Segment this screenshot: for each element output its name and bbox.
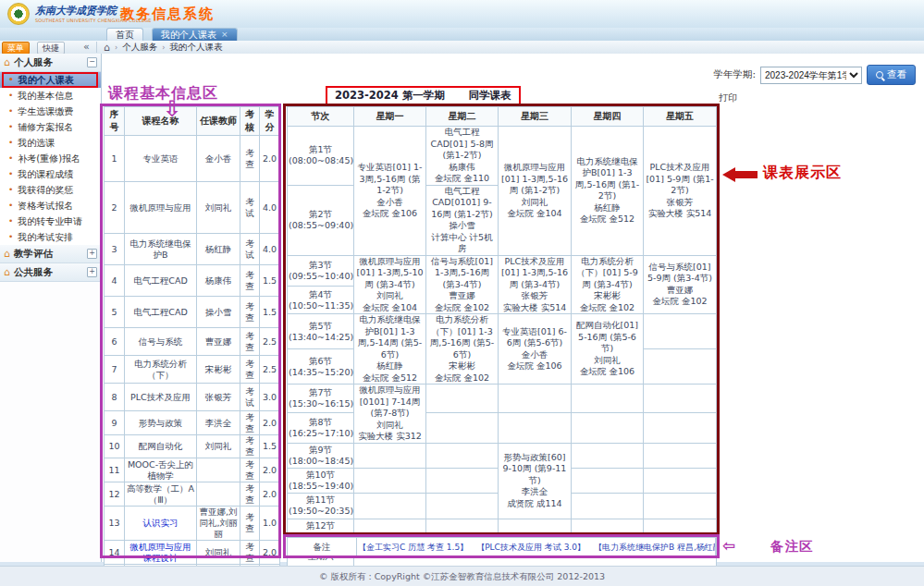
tab-my-schedule[interactable]: 我的个人课表 × [152, 28, 238, 41]
sidebar-item-资格考试报名[interactable]: •资格考试报名 [0, 198, 101, 214]
course-no-cell: 14 [105, 541, 125, 565]
sidebar-group-教学评估[interactable]: ⌂教学评估+ [0, 245, 101, 263]
course-table-row: 2微机原理与应用刘同礼考试4.0 [105, 182, 280, 234]
timetable-header-cell: 星期三 [499, 107, 572, 127]
school-name-english: SOUTHEAST UNIVERSITY CHENGXIAN COLLEGE [35, 18, 120, 23]
course-slot-cell: 配网自动化[01] 5-16周 (第5-6节)刘同礼金坛院 金106 [572, 314, 644, 385]
course-teacher-cell: 李洪全 [197, 411, 240, 435]
tab-home[interactable]: 首页 [106, 28, 143, 41]
timetable-row: 第8节(16:25~17:10) [288, 413, 717, 443]
course-table-row: 6信号与系统曹亚娜考查2.5 [105, 328, 280, 356]
course-table-header-cell: 学分 [260, 107, 280, 136]
empty-slot-cell [354, 493, 426, 519]
sidebar-group-公共服务[interactable]: ⌂公共服务+ [0, 263, 101, 282]
sidebar-item-label: 资格考试报名 [18, 200, 73, 213]
course-credit-cell: 4.0 [260, 234, 280, 265]
breadcrumb-item-personal-service[interactable]: 个人服务 [122, 42, 157, 54]
course-teacher-cell: 曹亚娜 [197, 328, 240, 356]
term-select[interactable]: 2023-2024学年第1学期 [760, 67, 862, 84]
course-no-cell: 2 [105, 182, 125, 234]
sidebar-item-我的基本信息[interactable]: •我的基本信息 [0, 88, 101, 104]
timetable-header-cell: 星期二 [426, 107, 499, 127]
close-tab-icon[interactable]: × [221, 31, 228, 39]
toolbar-divider [96, 42, 97, 53]
course-name-cell[interactable]: 认识实习 [125, 507, 197, 541]
course-credit-cell: 2.5 [260, 356, 280, 384]
sidebar-item-我的考试安排[interactable]: •我的考试安排 [0, 229, 101, 245]
house-icon: ⌂ [4, 56, 10, 68]
empty-slot-cell [572, 468, 644, 493]
menu-button[interactable]: 菜单 [2, 42, 30, 55]
course-slot-cell: 微机原理与应用[01] 1-3周,5-16周 (第1-2节)刘同礼金坛院 金10… [499, 127, 572, 256]
timetable-row: 第1节(08:00~08:45)专业英语[01] 1-3周,5-16周 (第1-… [288, 127, 717, 186]
collapse-group-icon[interactable]: − [87, 57, 97, 67]
sidebar-item-label: 我的考试安排 [18, 231, 73, 244]
course-teacher-cell: 曹亚娜,刘同礼,刘丽丽 [197, 507, 240, 541]
sidebar-item-我获得的奖惩[interactable]: •我获得的奖惩 [0, 182, 101, 198]
course-teacher-cell: 金小香 [197, 136, 240, 182]
course-teacher-cell [197, 482, 240, 507]
course-exam-cell: 考查 [240, 541, 260, 565]
empty-slot-cell [644, 349, 717, 385]
course-name-cell[interactable]: 微机原理与应用课程设计 [125, 541, 197, 565]
course-exam-cell: 考查 [240, 411, 260, 435]
course-no-cell: 6 [105, 328, 125, 356]
notes-row: 备注 【金工实习C 历慧 考查 1.5】 【PLC技术及应用 考试 3.0】 【… [288, 538, 716, 557]
breadcrumb-item-my-schedule[interactable]: 我的个人课表 [169, 42, 222, 54]
sidebar-item-label: 我的转专业申请 [18, 215, 82, 228]
tab-home-label: 首页 [116, 29, 134, 42]
quick-button[interactable]: 快捷 [37, 42, 65, 55]
school-name-block: 东南大学成贤学院 SOUTHEAST UNIVERSITY CHENGXIAN … [35, 4, 120, 23]
search-button[interactable]: 查看 [867, 65, 916, 85]
sidebar-item-我的选课[interactable]: •我的选课 [0, 135, 101, 151]
period-cell: 第1节(08:00~08:45) [288, 127, 354, 186]
sidebar-group-个人服务[interactable]: ⌂个人服务− [0, 54, 101, 72]
schedule-title-term: 2023-2024 第一学期 [335, 89, 445, 103]
course-slot-cell: 电力系统继电保护B[01] 1-3周,5-14周 (第5-6节)杨红静金坛院 金… [354, 314, 426, 385]
tab-strip: 首页 我的个人课表 × [0, 28, 924, 42]
period-cell: 第5节(13:40~14:25) [288, 314, 354, 349]
bullet-icon: • [8, 170, 13, 178]
sidebar-item-label: 我的基本信息 [18, 90, 73, 103]
empty-slot-cell [572, 413, 644, 443]
sidebar-item-补考(重修)报名[interactable]: •补考(重修)报名 [0, 151, 101, 166]
sidebar-item-我的课程成绩[interactable]: •我的课程成绩 [0, 166, 101, 182]
breadcrumb: ⌂ › 个人服务 › 我的个人课表 [104, 42, 222, 53]
course-slot-cell: 信号与系统[01] 5-9周 (第3-4节)曹亚娜金坛院 金102 [644, 255, 717, 314]
sidebar-item-学生选课缴费[interactable]: •学生选课缴费 [0, 104, 101, 119]
period-cell: 第7节(15:30~16:15) [288, 385, 354, 413]
timetable-row: 第7节(15:30~16:15)微机原理与应用[0101] 7-14周 (第7-… [288, 385, 717, 413]
course-credit-cell: 2.0 [260, 458, 280, 482]
sidebar-item-辅修方案报名[interactable]: •辅修方案报名 [0, 119, 101, 135]
bullet-icon: • [8, 186, 13, 194]
course-exam-cell: 考查 [240, 435, 260, 458]
course-credit-cell: 2.5 [260, 328, 280, 356]
course-exam-cell: 考试 [240, 182, 260, 234]
course-credit-cell: 2.0 [260, 541, 280, 565]
sidebar-item-我的转专业申请[interactable]: •我的转专业申请 [0, 214, 101, 229]
sidebar-item-label: 补考(重修)报名 [18, 153, 80, 165]
empty-slot-cell [644, 385, 717, 413]
course-no-cell: 9 [105, 411, 125, 435]
breadcrumb-separator: › [115, 43, 117, 52]
course-exam-cell: 考试 [240, 384, 260, 411]
toolbar: 菜单 快捷 « ⌂ › 个人服务 › 我的个人课表 [0, 41, 924, 55]
course-exam-cell: 考查 [240, 356, 260, 384]
empty-slot-cell [499, 413, 572, 443]
collapse-sidebar-icon[interactable]: « [83, 41, 90, 53]
empty-slot-cell [572, 385, 644, 413]
expand-group-icon[interactable]: + [87, 267, 97, 277]
sidebar-item-我的个人课表[interactable]: •我的个人课表 [0, 72, 101, 88]
print-link[interactable]: 打印 [719, 92, 737, 104]
course-teacher-cell: 刘同礼 [197, 541, 240, 565]
home-icon[interactable]: ⌂ [104, 42, 110, 54]
sidebar-item-label: 辅修方案报名 [18, 121, 73, 134]
empty-slot-cell [644, 314, 717, 349]
course-table-row: 11MOOC-舌尖上的植物学考查2.0 [105, 458, 280, 482]
sidebar-item-label: 我的选课 [18, 137, 55, 150]
course-no-cell: 5 [105, 297, 125, 328]
course-credit-cell: 2.0 [260, 136, 280, 182]
sidebar-group-label: 公共服务 [14, 266, 83, 279]
course-no-cell: 7 [105, 356, 125, 384]
expand-group-icon[interactable]: + [87, 249, 97, 259]
